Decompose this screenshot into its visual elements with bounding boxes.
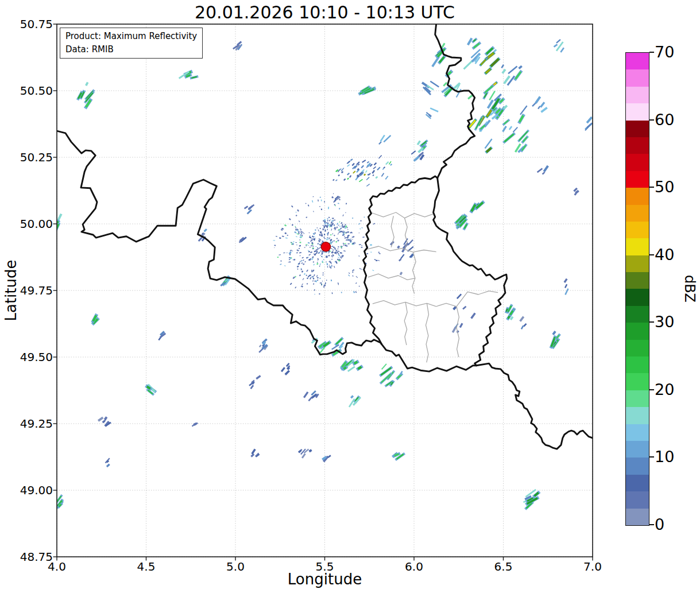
- colorbar: [625, 52, 649, 526]
- colorbar-segment: [626, 188, 649, 204]
- colorbar-tick-label: 0: [655, 516, 695, 533]
- colorbar-segment: [626, 154, 649, 170]
- product-label: Product: Maximum Reflectivity: [65, 30, 197, 43]
- regional-border: [436, 291, 498, 307]
- y-tick-label: 49.50: [0, 350, 53, 365]
- y-tick-label: 49.00: [0, 483, 53, 498]
- product-info-box: Product: Maximum Reflectivity Data: RMIB: [60, 28, 203, 59]
- colorbar-segment: [626, 407, 649, 424]
- colorbar-segment: [626, 441, 649, 458]
- national-border: [57, 131, 381, 355]
- colorbar-segment: [626, 458, 649, 474]
- x-axis-label: Longitude: [57, 571, 593, 588]
- colorbar-tick: [649, 524, 654, 525]
- colorbar-segment: [626, 53, 649, 69]
- colorbar-segment: [626, 356, 649, 373]
- national-border: [434, 178, 507, 366]
- colorbar-segment: [626, 222, 649, 238]
- colorbar-tick-label: 60: [655, 111, 695, 129]
- map-content: [52, 24, 593, 512]
- colorbar-segments: [626, 53, 649, 525]
- colorbar-segment: [626, 171, 649, 188]
- colorbar-unit-label: dBZ: [680, 264, 698, 313]
- regional-border: [370, 212, 434, 218]
- y-axis-label: Latitude: [2, 256, 20, 325]
- y-tick-label: 48.75: [0, 549, 53, 564]
- colorbar-segment: [626, 69, 649, 86]
- y-tick-label: 50.25: [0, 150, 53, 165]
- colorbar-tick-label: 30: [655, 313, 695, 331]
- colorbar-segment: [626, 475, 649, 491]
- regional-border: [412, 252, 416, 293]
- colorbar-tick: [649, 254, 654, 255]
- colorbar-segment: [626, 289, 649, 305]
- colorbar-segment: [626, 238, 649, 255]
- colorbar-tick: [649, 119, 654, 121]
- colorbar-segment: [626, 272, 649, 289]
- radar-figure: 20.01.2026 10:10 - 10:13 UTC Product: Ma…: [0, 0, 700, 597]
- colorbar-segment: [626, 255, 649, 272]
- colorbar-tick: [649, 187, 654, 188]
- colorbar-segment: [626, 323, 649, 339]
- colorbar-tick-label: 50: [655, 179, 695, 196]
- y-tick-label: 50.75: [0, 17, 53, 32]
- colorbar-tick: [649, 52, 654, 53]
- national-border: [435, 24, 475, 178]
- y-tick-label: 50.00: [0, 216, 53, 231]
- colorbar-segment: [626, 509, 649, 525]
- colorbar-tick: [649, 389, 654, 390]
- colorbar-segment: [626, 87, 649, 103]
- colorbar-segment: [626, 137, 649, 154]
- y-tick-label: 50.50: [0, 83, 53, 98]
- colorbar-tick-label: 10: [655, 448, 695, 466]
- colorbar-tick-label: 20: [655, 381, 695, 398]
- colorbar-segment: [626, 373, 649, 390]
- colorbar-tick: [649, 456, 654, 458]
- regional-border: [404, 302, 407, 345]
- regional-border: [426, 303, 429, 362]
- colorbar-tick: [649, 321, 654, 323]
- national-border: [477, 363, 593, 449]
- colorbar-segment: [626, 205, 649, 222]
- colorbar-segment: [626, 424, 649, 441]
- colorbar-segment: [626, 491, 649, 508]
- colorbar-segment: [626, 340, 649, 356]
- radar-site-marker: [321, 242, 330, 251]
- data-source-label: Data: RMIB: [65, 43, 197, 56]
- colorbar-segment: [626, 306, 649, 323]
- colorbar-segment: [626, 103, 649, 120]
- colorbar-segment: [626, 390, 649, 407]
- chart-title: 20.01.2026 10:10 - 10:13 UTC: [57, 2, 593, 22]
- colorbar-segment: [626, 121, 649, 137]
- y-tick-label: 49.25: [0, 416, 53, 431]
- colorbar-tick-label: 40: [655, 246, 695, 263]
- regional-border: [368, 274, 415, 280]
- national-border: [381, 344, 476, 371]
- radar-map-canvas: [0, 0, 700, 597]
- colorbar-tick-label: 70: [655, 44, 695, 61]
